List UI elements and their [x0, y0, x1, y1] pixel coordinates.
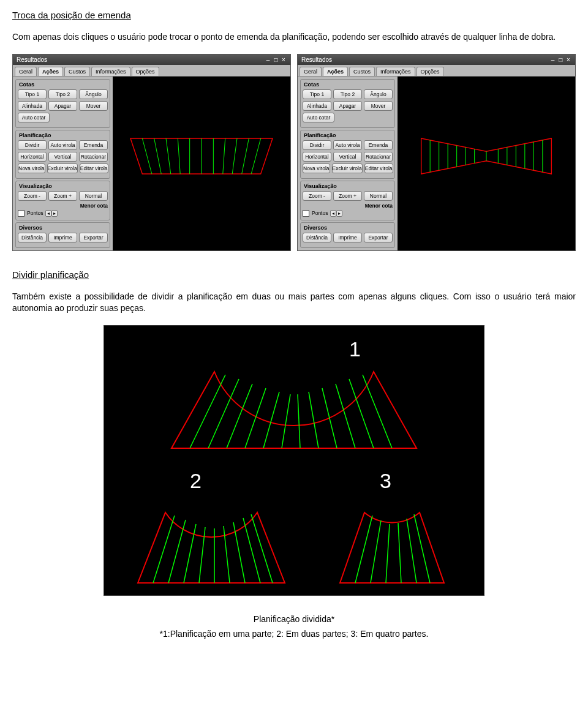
tab-custos[interactable]: Custos — [349, 67, 375, 76]
btn-tipo2[interactable]: Tipo 2 — [333, 89, 362, 99]
group-vis: Visualização Zoom - Zoom + Normal Menor … — [15, 181, 110, 220]
btn-imprime[interactable]: Imprime — [48, 233, 77, 242]
btn-angulo[interactable]: Ângulo — [79, 89, 108, 99]
minimize-icon[interactable]: – — [549, 56, 556, 63]
section-para-2: Também existe a possibilidade de dividir… — [12, 291, 576, 314]
btn-distancia[interactable]: Distância — [303, 233, 331, 242]
btn-mover[interactable]: Mover — [364, 101, 393, 111]
btn-emenda[interactable]: Emenda — [79, 140, 108, 150]
tab-geral[interactable]: Geral — [300, 67, 322, 76]
window-controls[interactable]: – □ × — [549, 56, 571, 63]
arrows-pontos[interactable]: ◂▸ — [45, 210, 58, 217]
btn-autocotar[interactable]: Auto cotar — [18, 113, 50, 122]
btn-zoomplus[interactable]: Zoom + — [48, 191, 77, 201]
svg-line-8 — [223, 138, 225, 174]
group-title-vis: Visualização — [19, 183, 108, 189]
btn-vertical[interactable]: Vertical — [48, 152, 77, 162]
btn-zoomminus[interactable]: Zoom - — [18, 191, 47, 201]
section-title-1: Troca da posição de emenda — [12, 10, 576, 20]
btn-alinhada[interactable]: Alinhada — [18, 101, 47, 111]
tab-opcoes[interactable]: Opções — [417, 67, 444, 76]
btn-tipo2[interactable]: Tipo 2 — [48, 89, 77, 99]
two-windows-row: Resultados – □ × Geral Ações Custos Info… — [12, 54, 576, 251]
btn-tipo1[interactable]: Tipo 1 — [303, 89, 331, 99]
close-icon[interactable]: × — [565, 56, 571, 63]
btn-zoomminus[interactable]: Zoom - — [303, 191, 331, 201]
fig-number-3: 3 — [380, 469, 391, 492]
btn-apagar[interactable]: Apagar — [48, 101, 77, 111]
btn-exportar[interactable]: Exportar — [364, 233, 393, 242]
btn-autovirola[interactable]: Auto virola — [48, 140, 77, 150]
btn-zoomnormal[interactable]: Normal — [364, 191, 393, 201]
btn-autovirola[interactable]: Auto virola — [333, 140, 362, 150]
svg-line-9 — [232, 138, 237, 174]
group-title-vis: Visualização — [304, 183, 393, 189]
group-title-div: Diversos — [304, 225, 393, 231]
label-menorcota: Menor cota — [80, 203, 108, 209]
division-figure: 1 2 — [104, 325, 484, 596]
label-menorcota: Menor cota — [365, 203, 393, 209]
btn-autocotar[interactable]: Auto cotar — [303, 113, 334, 122]
btn-horizontal[interactable]: Horizontal — [303, 152, 331, 162]
group-title-cotas: Cotas — [304, 81, 393, 88]
tab-opcoes[interactable]: Opções — [132, 67, 159, 76]
group-title-plan: Planificação — [304, 132, 393, 138]
tabbar: Geral Ações Custos Informações Opções — [13, 65, 290, 77]
group-cotas: Cotas Tipo 1 Tipo 2 Ângulo Alinhada Apag… — [15, 79, 110, 128]
group-plan: Planificação Dividir Auto virola Emenda … — [15, 130, 110, 179]
window-controls[interactable]: – □ × — [265, 56, 287, 63]
figure-footnote: *1:Planificação em uma parte; 2: Em duas… — [12, 629, 576, 639]
btn-alinhada[interactable]: Alinhada — [303, 101, 331, 111]
checkbox-pontos[interactable] — [303, 210, 309, 217]
btn-apagar[interactable]: Apagar — [333, 101, 362, 111]
titlebar: Resultados – □ × — [13, 54, 290, 65]
sidebar: Cotas Tipo 1 Tipo 2 Ângulo Alinhada Apag… — [13, 77, 113, 250]
svg-line-11 — [251, 138, 260, 174]
arrows-pontos[interactable]: ◂▸ — [330, 210, 342, 217]
svg-line-10 — [242, 138, 249, 174]
group-diversos: Diversos Distância Imprime Exportar — [300, 222, 395, 248]
btn-rotacionar[interactable]: Rotacionar — [79, 152, 108, 162]
btn-excvirola[interactable]: Excluir virola — [47, 163, 78, 173]
minimize-icon[interactable]: – — [265, 56, 271, 63]
fig-number-2: 2 — [190, 469, 202, 492]
btn-mover[interactable]: Mover — [79, 101, 108, 111]
group-vis: Visualização Zoom - Zoom + Normal Menor … — [300, 181, 395, 220]
btn-editvirola[interactable]: Editar virola — [80, 163, 108, 173]
btn-distancia[interactable]: Distância — [18, 233, 47, 242]
figure-caption: Planificação dividida* — [12, 614, 576, 624]
svg-rect-36 — [104, 326, 484, 595]
close-icon[interactable]: × — [281, 56, 287, 63]
tab-geral[interactable]: Geral — [15, 67, 37, 76]
tab-informacoes[interactable]: Informações — [376, 67, 415, 76]
btn-dividir[interactable]: Dividir — [303, 140, 331, 150]
maximize-icon[interactable]: □ — [273, 56, 279, 63]
btn-zoomnormal[interactable]: Normal — [79, 191, 108, 201]
btn-zoomplus[interactable]: Zoom + — [333, 191, 362, 201]
btn-angulo[interactable]: Ângulo — [364, 89, 393, 99]
btn-dividir[interactable]: Dividir — [18, 140, 47, 150]
btn-rotacionar[interactable]: Rotacionar — [364, 152, 393, 162]
svg-line-2 — [154, 138, 162, 174]
btn-novavirola[interactable]: Nova virola — [303, 163, 330, 173]
tab-acoes[interactable]: Ações — [38, 67, 63, 76]
btn-excvirola[interactable]: Excluir virola — [332, 163, 363, 173]
maximize-icon[interactable]: □ — [557, 56, 564, 63]
checkbox-pontos[interactable] — [18, 210, 24, 217]
btn-emenda[interactable]: Emenda — [364, 140, 393, 150]
tabbar: Geral Ações Custos Informações Opções — [298, 65, 575, 77]
btn-horizontal[interactable]: Horizontal — [18, 152, 47, 162]
tab-informacoes[interactable]: Informações — [91, 67, 130, 76]
panel-body: Cotas Tipo 1 Tipo 2 Ângulo Alinhada Apag… — [13, 77, 290, 250]
btn-imprime[interactable]: Imprime — [333, 233, 362, 242]
btn-editvirola[interactable]: Editar virola — [364, 163, 393, 173]
btn-exportar[interactable]: Exportar — [79, 233, 108, 242]
btn-tipo1[interactable]: Tipo 1 — [18, 89, 47, 99]
btn-novavirola[interactable]: Nova virola — [18, 163, 45, 173]
group-cotas: Cotas Tipo 1 Tipo 2 Ângulo Alinhada Apag… — [300, 79, 395, 128]
tab-acoes[interactable]: Ações — [323, 67, 348, 76]
btn-vertical[interactable]: Vertical — [333, 152, 362, 162]
fig-number-1: 1 — [349, 337, 361, 361]
tab-custos[interactable]: Custos — [64, 67, 90, 76]
group-title-plan: Planificação — [19, 132, 108, 138]
